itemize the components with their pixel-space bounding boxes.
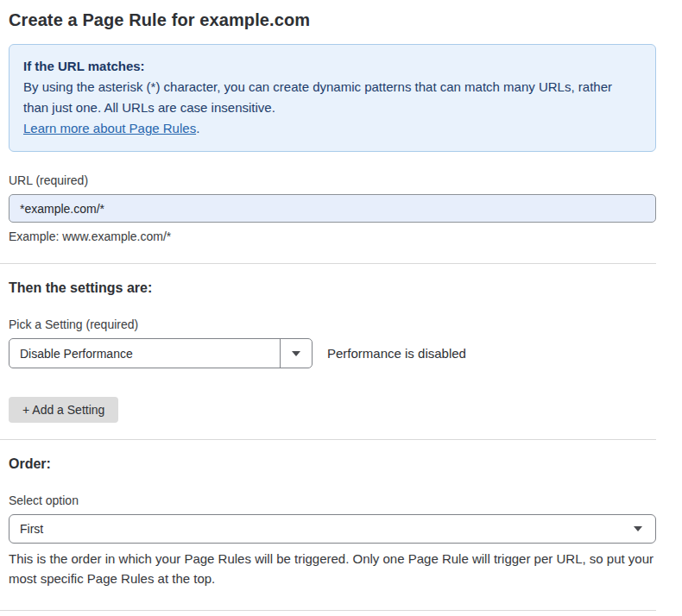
order-select[interactable]: First: [9, 514, 656, 544]
setting-status-text: Performance is disabled: [327, 346, 466, 361]
divider: [0, 439, 656, 440]
setting-select-value: Disable Performance: [9, 339, 280, 368]
add-setting-button[interactable]: + Add a Setting: [9, 397, 118, 423]
link-period: .: [196, 121, 199, 135]
chevron-down-icon: [634, 526, 642, 531]
chevron-down-icon: [292, 351, 300, 356]
create-page-rule-form: Create a Page Rule for example.com If th…: [0, 10, 682, 616]
order-select-value: First: [9, 522, 43, 536]
info-box-link-line: Learn more about Page Rules.: [23, 118, 641, 139]
url-input[interactable]: [9, 194, 656, 223]
info-box-heading: If the URL matches:: [23, 56, 641, 77]
order-description: This is the order in which your Page Rul…: [9, 549, 654, 588]
setting-row: Disable Performance Performance is disab…: [9, 338, 656, 368]
order-select-label: Select option: [9, 493, 656, 507]
url-example-text: Example: www.example.com/*: [9, 229, 656, 243]
divider: [0, 610, 656, 611]
divider: [0, 263, 656, 264]
setting-select-arrow-button[interactable]: [280, 339, 312, 368]
url-field-label: URL (required): [9, 173, 656, 187]
url-matches-info-box: If the URL matches: By using the asteris…: [9, 44, 656, 152]
setting-select[interactable]: Disable Performance: [9, 338, 313, 368]
info-box-body: By using the asterisk (*) character, you…: [23, 77, 628, 118]
order-section-heading: Order:: [9, 456, 656, 472]
page-title: Create a Page Rule for example.com: [9, 10, 656, 30]
learn-more-link[interactable]: Learn more about Page Rules: [23, 121, 196, 135]
settings-section-heading: Then the settings are:: [9, 280, 656, 296]
order-select-arrow: [634, 526, 655, 531]
pick-setting-label: Pick a Setting (required): [9, 317, 656, 331]
